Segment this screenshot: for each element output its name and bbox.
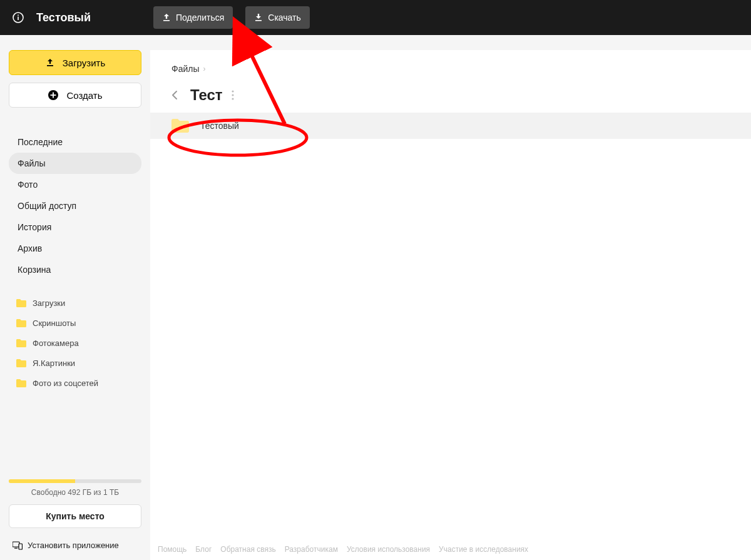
folder-icon: [16, 339, 26, 347]
svg-rect-2: [18, 15, 19, 16]
svg-rect-10: [14, 547, 18, 548]
sidebar-folder[interactable]: Я.Картинки: [9, 353, 141, 373]
download-button-label: Скачать: [268, 13, 301, 23]
sidebar-folder-label: Загрузки: [33, 298, 65, 308]
svg-point-12: [232, 90, 233, 92]
create-button-label: Создать: [66, 90, 102, 101]
breadcrumb: Файлы ›: [150, 64, 751, 74]
folder-icon: [16, 379, 26, 387]
sidebar-folder-label: Фотокамера: [33, 339, 79, 348]
svg-rect-5: [47, 65, 53, 66]
share-icon: [162, 13, 171, 22]
sidebar-folder[interactable]: Скриншоты: [9, 313, 141, 333]
sidebar-nav: Последние Файлы Фото Общий доступ Истори…: [9, 131, 141, 280]
create-button[interactable]: Создать: [9, 83, 141, 108]
content-area: Файлы › Тест Тестовый Помощь Блог Обратн…: [150, 50, 751, 560]
file-name: Тестовый: [200, 121, 239, 131]
heading-row: Тест: [150, 86, 751, 104]
sidebar-folder-label: Я.Картинки: [33, 359, 75, 368]
page-title: Тестовый: [36, 11, 91, 24]
folder-heading: Тест: [190, 86, 223, 104]
footer-link[interactable]: Участие в исследованиях: [439, 545, 528, 554]
download-icon: [254, 13, 263, 22]
topbar: Тестовый Поделиться Скачать: [0, 0, 751, 35]
footer-links: Помощь Блог Обратная связь Разработчикам…: [158, 541, 751, 557]
buy-storage-label: Купить место: [46, 511, 105, 521]
folder-icon: [16, 299, 26, 307]
more-options-icon[interactable]: [232, 90, 234, 100]
upload-icon: [45, 58, 55, 68]
footer-link[interactable]: Обратная связь: [220, 545, 275, 554]
nav-item-archive[interactable]: Архив: [9, 238, 141, 259]
nav-item-trash[interactable]: Корзина: [9, 259, 141, 280]
nav-item-label: Файлы: [18, 158, 45, 168]
nav-item-photos[interactable]: Фото: [9, 174, 141, 195]
nav-item-label: Последние: [18, 137, 63, 147]
share-button[interactable]: Поделиться: [153, 6, 233, 29]
nav-item-label: Архив: [18, 243, 42, 253]
svg-rect-3: [163, 20, 170, 21]
sidebar-folders: Загрузки Скриншоты Фотокамера Я.Картинки…: [9, 293, 141, 393]
folder-icon: [171, 119, 189, 133]
svg-rect-11: [19, 544, 23, 549]
footer-link[interactable]: Помощь: [158, 545, 186, 554]
sidebar-folder[interactable]: Фото из соцсетей: [9, 373, 141, 393]
download-button[interactable]: Скачать: [245, 6, 310, 29]
install-app-link[interactable]: Установить приложение: [9, 537, 141, 554]
nav-item-label: Фото: [18, 180, 38, 190]
nav-item-shared[interactable]: Общий доступ: [9, 195, 141, 216]
sidebar-folder[interactable]: Загрузки: [9, 293, 141, 313]
svg-point-14: [232, 98, 233, 99]
folder-icon: [16, 359, 26, 367]
svg-rect-9: [13, 542, 19, 547]
storage-progress: [9, 479, 141, 483]
back-arrow-icon[interactable]: [169, 89, 181, 101]
nav-item-recent[interactable]: Последние: [9, 131, 141, 153]
chevron-right-icon: ›: [203, 64, 205, 73]
plus-circle-icon: [48, 89, 59, 101]
footer-link[interactable]: Разработчикам: [285, 545, 338, 554]
sidebar-folder-label: Фото из соцсетей: [33, 379, 98, 388]
nav-item-label: Общий доступ: [18, 201, 76, 211]
buy-storage-button[interactable]: Купить место: [9, 504, 141, 528]
nav-item-label: Корзина: [18, 265, 51, 275]
footer-link[interactable]: Условия использования: [347, 545, 430, 554]
svg-point-13: [232, 94, 233, 96]
folder-icon: [16, 319, 26, 327]
file-row[interactable]: Тестовый: [150, 113, 751, 139]
svg-rect-4: [255, 20, 262, 21]
sidebar-folder-label: Скриншоты: [33, 318, 76, 328]
nav-item-label: История: [18, 222, 51, 232]
sidebar-folder[interactable]: Фотокамера: [9, 333, 141, 353]
footer-link[interactable]: Блог: [195, 545, 212, 554]
breadcrumb-root[interactable]: Файлы: [171, 64, 199, 74]
install-app-label: Установить приложение: [28, 541, 119, 550]
info-icon[interactable]: [13, 12, 24, 23]
upload-button[interactable]: Загрузить: [9, 50, 141, 75]
share-button-label: Поделиться: [176, 13, 224, 23]
upload-button-label: Загрузить: [63, 58, 106, 68]
nav-item-files[interactable]: Файлы: [9, 153, 141, 174]
svg-rect-1: [18, 17, 19, 21]
svg-rect-8: [51, 94, 56, 96]
storage-text: Свободно 492 ГБ из 1 ТБ: [9, 488, 141, 497]
sidebar: Загрузить Создать Последние Файлы Фото О…: [0, 35, 150, 560]
nav-item-history[interactable]: История: [9, 216, 141, 238]
devices-icon: [13, 541, 23, 550]
